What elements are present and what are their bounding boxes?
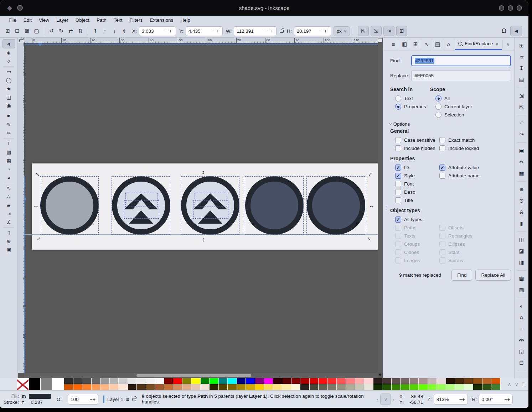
unit-dropdown[interactable]: px∨ [334, 26, 350, 36]
palette-swatch[interactable] [273, 384, 283, 390]
snap-bounding-boxes-button[interactable]: ⇱ [358, 26, 369, 36]
calligraphy-tool[interactable]: ✑ [2, 129, 15, 137]
path-effects-dialog-tab[interactable]: ∿ [421, 39, 432, 50]
palette-swatch[interactable] [210, 384, 219, 390]
unlink-clone-button[interactable]: ◨ [517, 258, 526, 267]
fill-stroke-button[interactable]: ◐ [517, 302, 526, 310]
palette-swatch[interactable] [237, 378, 246, 384]
dock-resize-grip[interactable]: ⋮ [384, 205, 388, 210]
palette-swatch[interactable] [164, 384, 174, 390]
snap-alignment-button[interactable]: ⇥ [383, 26, 394, 36]
palette-swatch[interactable] [92, 384, 101, 390]
fill-stroke-dialog-tab[interactable]: ◧ [399, 39, 410, 50]
preferences-button[interactable]: ≍ [517, 375, 526, 378]
palette-swatch[interactable] [182, 384, 192, 390]
palette-swatch[interactable] [310, 384, 319, 390]
palette-swatch[interactable] [291, 378, 301, 384]
page-tool[interactable]: ▯ [2, 228, 15, 237]
lower-to-bottom-button[interactable]: ↡ [119, 26, 129, 36]
document-open-button[interactable]: ▱ [517, 53, 526, 61]
search-in-properties-radio[interactable] [395, 104, 401, 110]
palette-swatch[interactable] [455, 378, 464, 384]
palette-swatch[interactable] [310, 378, 319, 384]
guide-anchor[interactable] [24, 197, 26, 200]
w-field[interactable]: 112.391−+ [234, 26, 277, 36]
prop-font-option[interactable]: Font [395, 180, 439, 188]
palette-swatch[interactable] [337, 378, 346, 384]
case-sensitive-option[interactable]: Case sensitive [395, 136, 439, 144]
palette-swatch[interactable] [64, 378, 73, 384]
close-dialog-icon[interactable]: × [496, 41, 499, 47]
guide-anchor[interactable] [38, 43, 42, 46]
guide-horizontal-top[interactable] [24, 44, 378, 45]
export-button[interactable]: ⇱ [517, 103, 526, 111]
palette-swatch[interactable] [110, 378, 119, 384]
selector-tool[interactable]: ➤ [2, 39, 15, 48]
objects-dialog-tab[interactable]: ≡ [388, 39, 399, 50]
palette-swatch[interactable] [255, 378, 264, 384]
palette-swatch[interactable] [73, 384, 83, 390]
snap-grids-guides-button[interactable]: ⊞ [396, 26, 407, 36]
selection-scale-handle[interactable]: ↔ [368, 203, 375, 209]
vertical-ruler[interactable]: -40-30-20-10010203040506070 [18, 43, 24, 373]
spiral-tool[interactable]: ◉ [2, 101, 15, 110]
palette-swatch[interactable] [319, 378, 328, 384]
display-mode-icon[interactable] [378, 38, 382, 42]
document-save-button[interactable]: ↧ [517, 64, 526, 73]
scope-all-option[interactable]: All [435, 94, 511, 103]
text-tool[interactable]: T [2, 139, 15, 148]
prop-style-checkbox[interactable]: ✓ [395, 173, 401, 179]
palette-swatch[interactable] [392, 384, 401, 390]
find-input[interactable]: #232831 [411, 55, 511, 66]
menu-layer[interactable]: Layer [53, 17, 72, 24]
palette-swatch[interactable] [482, 384, 492, 390]
palette-swatch[interactable] [82, 384, 92, 390]
pencil-tool[interactable]: ✎ [2, 120, 15, 129]
connector-tool[interactable]: ⊸ [2, 209, 15, 218]
rotate-ccw-button[interactable]: ↺ [47, 26, 56, 36]
palette-swatch[interactable] [41, 378, 52, 390]
palette-swatch[interactable] [464, 378, 474, 384]
prop-attribute-value-option[interactable]: ✓Attribute value [439, 163, 480, 172]
prop-attribute-value-checkbox[interactable]: ✓ [439, 165, 445, 171]
menu-view[interactable]: View [35, 17, 53, 24]
flip-horizontal-button[interactable]: ⇄ [66, 26, 76, 36]
include-hidden-option[interactable]: Include hidden [395, 144, 439, 152]
palette-swatch[interactable] [219, 378, 228, 384]
search-in-properties-option[interactable]: Properties [395, 103, 435, 111]
ruler-lock-corner[interactable] [18, 38, 24, 43]
palette-swatch[interactable] [201, 378, 210, 384]
replace-all-button[interactable]: Replace All [475, 270, 511, 281]
rotate-cw-button[interactable]: ↻ [56, 26, 66, 36]
raise-button[interactable]: ↑ [100, 26, 110, 36]
palette-swatch[interactable] [182, 378, 192, 384]
palette-swatch[interactable] [100, 378, 110, 384]
canvas-viewport[interactable]: ↔↔↔↔↔↔↕↕ [24, 43, 378, 373]
select-all-layers-button[interactable]: ⊟ [12, 26, 22, 36]
horizontal-scrollbar[interactable] [24, 373, 378, 378]
palette-swatch[interactable] [137, 378, 146, 384]
palette-swatch[interactable] [64, 384, 73, 390]
palette-scroll-down-icon[interactable]: ∨ [515, 381, 518, 387]
palette-swatch[interactable] [419, 384, 428, 390]
palette-swatch[interactable] [282, 384, 291, 390]
palette-swatch[interactable] [191, 378, 201, 384]
dropper-tool[interactable]: ◔ [2, 165, 15, 173]
gradient-tool[interactable]: ▨ [2, 148, 15, 156]
menu-path[interactable]: Path [93, 17, 110, 24]
prop-desc-option[interactable]: Desc [395, 188, 439, 196]
palette-swatch[interactable] [464, 384, 474, 390]
vertical-scrollbar[interactable] [378, 43, 383, 373]
align-distribute-button[interactable]: ⊟ [517, 359, 526, 367]
deselect-button[interactable]: ⊠ [22, 26, 32, 36]
snap-nodes-button[interactable]: ⇲ [371, 26, 382, 36]
prop-id-checkbox[interactable]: ✓ [395, 165, 401, 171]
spray-tool[interactable]: ∴ [2, 192, 15, 201]
zoom-selection-button[interactable]: ⊕ [517, 185, 526, 194]
palette-swatch[interactable] [455, 384, 464, 390]
palette-swatch[interactable] [82, 378, 92, 384]
select-same-button[interactable]: ▢ [32, 26, 41, 36]
palette-swatch[interactable] [401, 384, 410, 390]
star-tool[interactable]: ★ [2, 84, 15, 93]
window-maximize-button[interactable] [508, 5, 513, 11]
